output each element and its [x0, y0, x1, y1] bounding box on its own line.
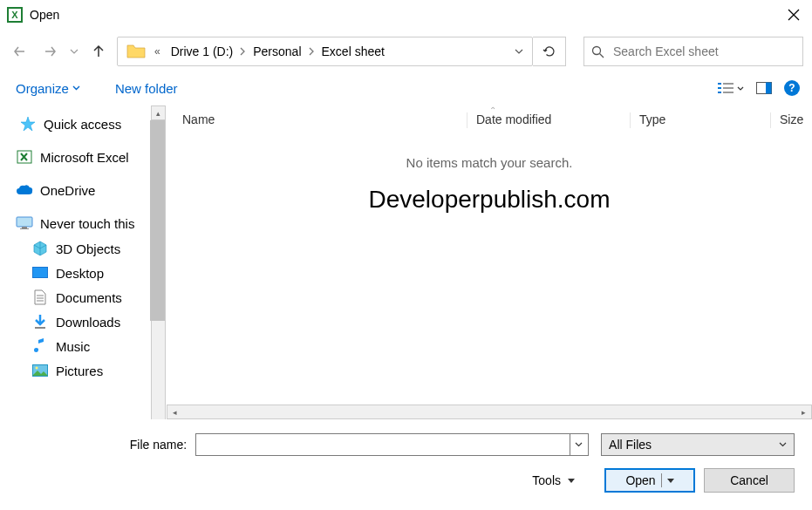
svg-rect-11: [766, 83, 772, 94]
file-type-filter-label: All Files: [609, 438, 779, 452]
file-type-filter[interactable]: All Files: [601, 433, 795, 456]
document-icon: [31, 289, 49, 305]
svg-rect-15: [20, 228, 29, 229]
excel-app-icon: X: [7, 7, 23, 23]
scroll-right-button[interactable]: ▸: [796, 405, 811, 418]
column-header-size[interactable]: Size: [780, 112, 803, 128]
view-icon: [718, 82, 734, 94]
excel-icon: [16, 149, 33, 165]
sidebar-item-this-pc[interactable]: Never touch this: [0, 210, 166, 236]
toolbar: Organize New folder ?: [0, 75, 812, 105]
sidebar-item-excel[interactable]: Microsoft Excel: [0, 144, 166, 170]
column-header-date[interactable]: Date modified: [476, 112, 630, 128]
content-area: ▴ Quick access Microsoft Excel OneDrive …: [0, 105, 812, 419]
pictures-icon: [31, 363, 49, 378]
music-icon: [31, 338, 49, 354]
svg-rect-4: [718, 83, 721, 85]
svg-point-22: [36, 367, 38, 370]
filename-input[interactable]: [195, 433, 570, 456]
sidebar-item-label: Quick access: [44, 117, 121, 132]
cancel-button[interactable]: Cancel: [704, 468, 795, 493]
help-button[interactable]: ?: [784, 80, 800, 96]
sidebar-item-label: Microsoft Excel: [40, 150, 129, 165]
sidebar-item-label: Never touch this: [40, 216, 134, 231]
close-icon[interactable]: [788, 9, 800, 21]
search-icon: [591, 45, 604, 58]
svg-line-3: [600, 53, 604, 58]
sidebar-item-documents[interactable]: Documents: [0, 285, 166, 309]
sidebar-item-label: 3D Objects: [56, 241, 120, 256]
scroll-left-button[interactable]: ◂: [167, 405, 182, 418]
sidebar-item-label: Music: [56, 339, 90, 354]
sidebar: ▴ Quick access Microsoft Excel OneDrive …: [0, 105, 166, 419]
svg-rect-7: [723, 87, 734, 89]
horizontal-scrollbar[interactable]: ◂ ▸: [167, 405, 812, 419]
open-button[interactable]: Open: [604, 468, 695, 493]
up-button[interactable]: [87, 40, 110, 63]
sidebar-item-label: Documents: [56, 290, 122, 305]
search-placeholder: Search Excel sheet: [613, 44, 719, 58]
svg-rect-6: [718, 87, 721, 89]
svg-rect-8: [718, 92, 721, 93]
sidebar-item-label: Downloads: [56, 315, 120, 330]
chevron-right-icon[interactable]: [240, 47, 246, 56]
chevron-down-icon: [737, 86, 744, 91]
onedrive-icon: [16, 182, 33, 198]
address-bar[interactable]: « Drive 1 (D:) Personal Excel sheet: [117, 37, 533, 66]
svg-rect-16: [33, 268, 48, 278]
breadcrumb-segment[interactable]: Excel sheet: [317, 41, 390, 62]
sidebar-item-desktop[interactable]: Desktop: [0, 261, 166, 285]
organize-label: Organize: [16, 81, 69, 96]
back-button[interactable]: [9, 40, 31, 63]
sidebar-item-downloads[interactable]: Downloads: [0, 309, 166, 334]
recent-dropdown-icon[interactable]: [68, 40, 80, 63]
bottom-panel: File name: All Files Tools Open Cancel: [0, 419, 812, 501]
file-list-pane: ⌃ Name Date modified Type Size No items …: [166, 105, 812, 419]
chevron-right-icon[interactable]: [309, 47, 315, 56]
sidebar-item-label: OneDrive: [40, 183, 95, 198]
sidebar-item-quick-access[interactable]: Quick access: [0, 111, 166, 137]
preview-pane-button[interactable]: [756, 82, 772, 94]
svg-rect-13: [17, 217, 32, 227]
tools-label: Tools: [532, 473, 561, 487]
sidebar-item-label: Desktop: [56, 266, 104, 281]
column-header-type[interactable]: Type: [639, 112, 770, 128]
svg-rect-9: [723, 92, 734, 93]
tools-menu[interactable]: Tools: [532, 473, 575, 487]
search-input[interactable]: Search Excel sheet: [583, 37, 803, 66]
svg-rect-14: [22, 227, 27, 228]
address-dropdown-icon[interactable]: [515, 49, 523, 54]
window-title: Open: [30, 8, 788, 22]
titlebar: X Open: [0, 0, 812, 30]
star-icon: [19, 116, 37, 132]
new-folder-button[interactable]: New folder: [115, 81, 178, 96]
chevron-down-icon: [667, 479, 674, 483]
filename-dropdown-button[interactable]: [570, 433, 589, 456]
sidebar-item-3d-objects[interactable]: 3D Objects: [0, 236, 166, 261]
forward-button[interactable]: [38, 40, 61, 63]
preview-pane-icon: [756, 82, 772, 94]
breadcrumb-segment[interactable]: Personal: [248, 41, 306, 62]
view-options-button[interactable]: [718, 82, 744, 94]
refresh-button[interactable]: [533, 37, 566, 66]
breadcrumb-root-icon[interactable]: «: [154, 45, 160, 58]
desktop-icon: [31, 265, 49, 281]
scroll-up-button[interactable]: ▴: [151, 105, 166, 120]
empty-message: No items match your search.: [167, 155, 812, 170]
sidebar-item-pictures[interactable]: Pictures: [0, 358, 166, 383]
organize-menu[interactable]: Organize: [16, 81, 80, 96]
breadcrumb-segment[interactable]: Drive 1 (D:): [166, 41, 239, 62]
sidebar-scrollbar-thumb[interactable]: [150, 120, 165, 321]
watermark-text: Developerpublish.com: [167, 186, 812, 214]
column-header-name[interactable]: Name: [182, 112, 467, 128]
sidebar-item-onedrive[interactable]: OneDrive: [0, 177, 166, 203]
cube-icon: [31, 241, 49, 256]
chevron-down-icon: [779, 442, 787, 447]
chevron-down-icon: [72, 85, 80, 91]
open-button-label: Open: [625, 473, 655, 487]
filename-label: File name:: [17, 438, 195, 452]
sidebar-item-music[interactable]: Music: [0, 334, 166, 358]
svg-point-2: [593, 46, 601, 54]
sidebar-scrollbar-track[interactable]: [151, 120, 166, 419]
download-icon: [31, 314, 49, 330]
